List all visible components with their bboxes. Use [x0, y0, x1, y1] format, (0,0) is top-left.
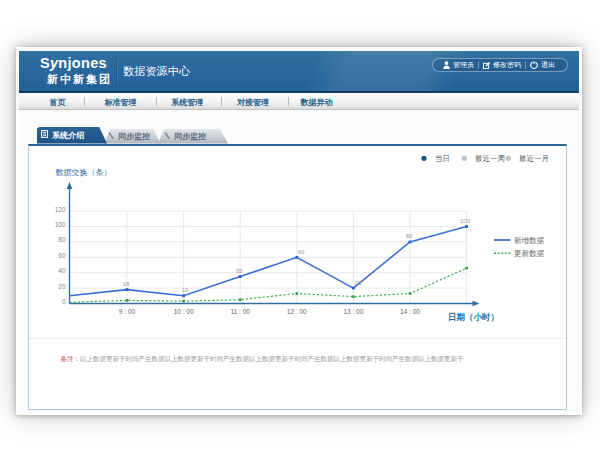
svg-text:13 : 00: 13 : 00 — [343, 307, 363, 314]
svg-text:最近一月: 最近一月 — [519, 154, 549, 163]
svg-text:9 : 00: 9 : 00 — [119, 307, 136, 314]
svg-text:数据交换（条）: 数据交换（条） — [56, 167, 112, 176]
svg-text:35: 35 — [236, 267, 243, 273]
svg-text:12 : 00: 12 : 00 — [287, 307, 307, 314]
svg-text:0: 0 — [62, 298, 66, 305]
svg-text:10 : 00: 10 : 00 — [174, 307, 194, 314]
svg-text:最近一周: 最近一周 — [475, 154, 505, 163]
svg-text:20: 20 — [355, 279, 362, 285]
svg-text:80: 80 — [406, 233, 413, 239]
svg-text:14 : 00: 14 : 00 — [400, 307, 420, 314]
svg-text:当日: 当日 — [435, 154, 450, 163]
svg-text:100: 100 — [55, 221, 66, 228]
svg-text:更新数据: 更新数据 — [514, 249, 545, 258]
svg-text:60: 60 — [58, 251, 66, 258]
svg-text:10: 10 — [182, 287, 189, 293]
svg-text:备注：以上数据更新于时间产生数据以上数据更新于时间产生数据以: 备注：以上数据更新于时间产生数据以上数据更新于时间产生数据以上数据更新于时间产生… — [61, 355, 465, 363]
svg-text:新增数据: 新增数据 — [514, 236, 545, 245]
svg-text:40: 40 — [58, 267, 66, 274]
svg-text:100: 100 — [460, 217, 471, 223]
svg-text:20: 20 — [58, 282, 66, 289]
svg-text:11 : 00: 11 : 00 — [230, 307, 250, 314]
svg-text:60: 60 — [298, 249, 305, 255]
svg-text:120: 120 — [55, 205, 66, 212]
svg-text:18: 18 — [123, 280, 130, 286]
svg-text:日期（小时）: 日期（小时） — [448, 311, 499, 321]
svg-text:80: 80 — [58, 236, 66, 243]
